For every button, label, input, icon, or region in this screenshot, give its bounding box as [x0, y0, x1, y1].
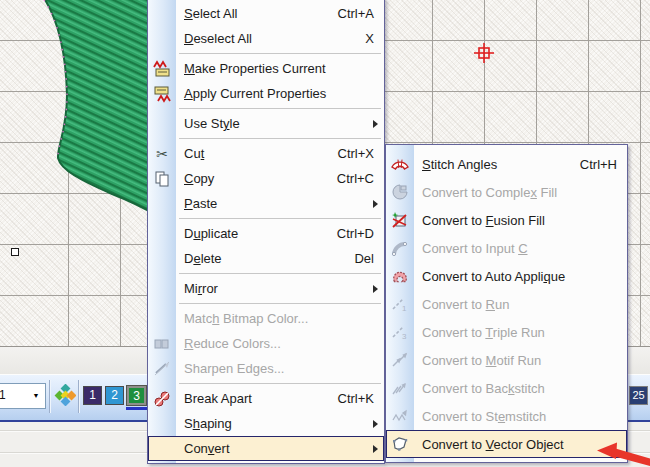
- menu-item-shortcut: Del: [336, 251, 374, 266]
- menu-item-copy[interactable]: CopyCtrl+C: [148, 166, 384, 191]
- color-select-value: 1: [0, 388, 6, 402]
- menu-item-convert-to-complex-fill: Convert to Complex Fill: [386, 178, 627, 206]
- menu-item-make-properties-current[interactable]: Make Properties Current: [148, 56, 384, 81]
- menu-item-deselect-all[interactable]: Deselect AllX: [148, 26, 384, 51]
- menu-item-convert-to-run: 1Convert to Run: [386, 290, 627, 318]
- menu-item-shortcut: Ctrl+A: [320, 6, 374, 21]
- menu-item-convert-to-input-c: Convert to Input C: [386, 234, 627, 262]
- menu-item-label: Convert to Auto Applique: [422, 269, 565, 284]
- svg-text:1: 1: [402, 304, 407, 313]
- break-apart-icon: [152, 390, 172, 408]
- convert-submenu: Stitch AnglesCtrl+HConvert to Complex Fi…: [385, 144, 628, 463]
- menu-item-convert-to-auto-applique[interactable]: Convert to Auto Applique: [386, 262, 627, 290]
- apply-current-properties-icon: [152, 85, 172, 103]
- menu-item-convert-to-vector-object[interactable]: Convert to Vector Object: [386, 430, 627, 458]
- complex-fill-icon: [390, 183, 410, 201]
- stemstitch-icon: [390, 407, 410, 425]
- menu-item-label: Apply Current Properties: [184, 86, 326, 101]
- palette-swatch-2[interactable]: 2: [105, 386, 124, 405]
- menu-item-label: Paste: [184, 196, 217, 211]
- sharpen-edges-icon: [152, 360, 172, 378]
- menu-item-match-bitmap-color: Match Bitmap Color...: [148, 306, 384, 331]
- stitch-angles-icon: [390, 155, 410, 173]
- palette-swatch-3-selected[interactable]: 3: [127, 386, 146, 405]
- palette-swatch-1[interactable]: 1: [83, 386, 102, 405]
- auto-applique-icon: [390, 267, 410, 285]
- menu-item-label: Sharpen Edges...: [184, 361, 284, 376]
- run-icon: 1: [390, 295, 410, 313]
- menu-item-convert-to-triple-run: 3Convert to Triple Run: [386, 318, 627, 346]
- menu-item-shortcut: Ctrl+K: [320, 391, 374, 406]
- menu-item-select-all[interactable]: Select AllCtrl+A: [148, 1, 384, 26]
- menu-item-paste[interactable]: Paste: [148, 191, 384, 216]
- menu-item-label: Break Apart: [184, 391, 252, 406]
- menu-item-stitch-angles[interactable]: Stitch AnglesCtrl+H: [386, 150, 627, 178]
- menu-item-label: Convert to Triple Run: [422, 325, 545, 340]
- menu-item-label: Convert to Motif Run: [422, 353, 541, 368]
- color-select-dropdown[interactable]: 1 ▼: [0, 383, 46, 409]
- svg-text:3: 3: [402, 332, 407, 341]
- submenu-arrow-icon: [373, 445, 378, 453]
- menu-item-reduce-colors: Reduce Colors...: [148, 331, 384, 356]
- menu-item-label: Convert to Input C: [422, 241, 528, 256]
- menu-item-shortcut: Ctrl+D: [319, 226, 374, 241]
- submenu-arrow-icon: [373, 200, 378, 208]
- fusion-fill-icon: [390, 211, 410, 229]
- menu-item-label: Shaping: [184, 416, 232, 431]
- menu-item-label: Convert to Backstitch: [422, 381, 545, 396]
- menu-item-label: Deselect All: [184, 31, 252, 46]
- embroidery-object-green[interactable]: [0, 0, 170, 350]
- menu-item-label: Reduce Colors...: [184, 336, 281, 351]
- menu-separator: [179, 138, 381, 139]
- menu-item-apply-current-properties[interactable]: Apply Current Properties: [148, 81, 384, 106]
- object-selection-handle[interactable]: [11, 248, 19, 256]
- menu-item-shortcut: Ctrl+X: [320, 146, 374, 161]
- triple-run-icon: 3: [390, 323, 410, 341]
- menu-item-mirror[interactable]: Mirror: [148, 276, 384, 301]
- menu-item-shortcut: X: [347, 31, 374, 46]
- menu-item-break-apart[interactable]: Break ApartCtrl+K: [148, 386, 384, 411]
- copy-icon: [152, 170, 172, 188]
- reduce-colors-icon: [152, 335, 172, 353]
- menu-item-label: Mirror: [184, 281, 218, 296]
- input-c-icon: [390, 239, 410, 257]
- cut-icon: ✂︎: [152, 145, 172, 163]
- context-menu: Select AllCtrl+ADeselect AllXMake Proper…: [147, 0, 385, 464]
- menu-item-label: Convert to Run: [422, 297, 509, 312]
- menu-item-convert[interactable]: Convert: [148, 436, 384, 461]
- motif-run-icon: [390, 351, 410, 369]
- menu-item-use-style[interactable]: Use Style: [148, 111, 384, 136]
- menu-item-label: Convert to Stemstitch: [422, 409, 546, 424]
- submenu-arrow-icon: [373, 285, 378, 293]
- menu-item-delete[interactable]: DeleteDel: [148, 246, 384, 271]
- current-color-indicator: [126, 407, 148, 410]
- menu-item-label: Convert to Fusion Fill: [422, 213, 545, 228]
- menu-item-sharpen-edges: Sharpen Edges...: [148, 356, 384, 381]
- menu-item-label: Convert to Vector Object: [422, 437, 564, 452]
- make-properties-current-icon: [152, 60, 172, 78]
- toolbar-separator: [49, 380, 51, 413]
- menu-item-label: Convert: [184, 441, 230, 456]
- menu-item-convert-to-fusion-fill[interactable]: Convert to Fusion Fill: [386, 206, 627, 234]
- menu-item-label: Delete: [184, 251, 222, 266]
- menu-item-label: Copy: [184, 171, 214, 186]
- thread-colors-icon[interactable]: [54, 384, 76, 406]
- menu-separator: [179, 108, 381, 109]
- menu-separator: [179, 218, 381, 219]
- submenu-arrow-icon: [373, 120, 378, 128]
- menu-item-cut[interactable]: ✂︎CutCtrl+X: [148, 141, 384, 166]
- menu-item-label: Select All: [184, 6, 237, 21]
- menu-separator: [179, 303, 381, 304]
- menu-item-shortcut: Ctrl+H: [562, 157, 617, 172]
- menu-item-convert-to-backstitch: Convert to Backstitch: [386, 374, 627, 402]
- menu-item-duplicate[interactable]: DuplicateCtrl+D: [148, 221, 384, 246]
- menu-item-shaping[interactable]: Shaping: [148, 411, 384, 436]
- submenu-arrow-icon: [373, 420, 378, 428]
- menu-item-label: Use Style: [184, 116, 240, 131]
- palette-swatch-25[interactable]: 25: [629, 386, 648, 405]
- menu-item-shortcut: Ctrl+C: [319, 171, 374, 186]
- toolbar-separator: [78, 380, 80, 413]
- menu-item-convert-to-motif-run: Convert to Motif Run: [386, 346, 627, 374]
- menu-separator: [179, 383, 381, 384]
- dropdown-arrow-icon[interactable]: ▼: [28, 385, 44, 405]
